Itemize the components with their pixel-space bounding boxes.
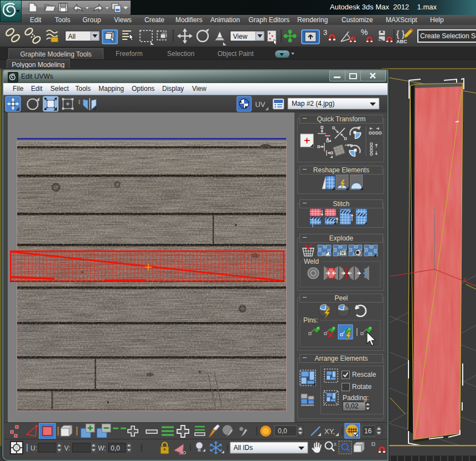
svg-text:W:: W: — [98, 444, 106, 452]
svg-text:Create Selection Se: Create Selection Se — [420, 32, 476, 40]
svg-text:V:: V: — [64, 444, 70, 452]
svg-text:ABC: ABC — [396, 39, 407, 44]
svg-text:16: 16 — [364, 427, 372, 435]
svg-text:View: View — [233, 33, 247, 40]
svg-text:XY,: XY, — [324, 427, 335, 436]
svg-text:U:: U: — [30, 444, 37, 452]
svg-text:UV: UV — [255, 100, 265, 109]
svg-text:Weld: Weld — [304, 258, 319, 265]
svg-text:All: All — [68, 33, 75, 40]
svg-text:3: 3 — [323, 28, 327, 37]
svg-text:Pins:: Pins: — [303, 316, 318, 324]
svg-text:{ }: { } — [396, 29, 405, 39]
svg-text:Map #2 (4.jpg): Map #2 (4.jpg) — [292, 100, 334, 107]
svg-text:%: % — [361, 28, 368, 37]
svg-text:0,0: 0,0 — [111, 444, 120, 452]
svg-text:z: z — [433, 207, 436, 212]
svg-text:y: y — [463, 276, 466, 282]
svg-text:±: ± — [334, 441, 337, 447]
svg-text:0,0: 0,0 — [278, 427, 287, 435]
svg-text:All IDs: All IDs — [234, 444, 253, 452]
